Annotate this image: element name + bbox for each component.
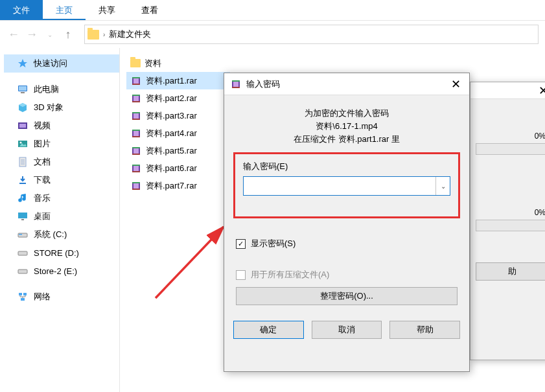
breadcrumb-folder[interactable]: 新建文件夹 [109,29,151,40]
svg-rect-50 [133,183,139,189]
svg-rect-43 [132,147,140,148]
svg-rect-47 [132,165,140,166]
password-highlight: 输入密码(E) ⌄ [233,152,460,218]
svg-rect-40 [132,136,140,137]
dialog-titlebar[interactable]: 输入密码 ✕ [224,73,469,95]
rar-icon [130,128,142,139]
folder-icon [130,59,141,67]
sidebar-item-label: Store-2 (E:) [34,266,77,276]
list-item[interactable]: 资料.part3.rar [126,107,230,124]
sidebar-item-label: 快速访问 [34,58,67,69]
svg-rect-35 [132,112,140,113]
svg-rect-58 [232,87,240,88]
svg-rect-56 [233,82,238,87]
progress-percent-2: 0% [476,207,545,217]
svg-rect-16 [18,213,27,218]
file-name: 资料.part2.rar [146,93,197,104]
svg-rect-52 [132,189,140,190]
ribbon-tabs: 文件 主页 共享 查看 [0,0,545,21]
checkbox-icon: ✓ [236,239,246,249]
list-folder[interactable]: 资料 [126,54,230,72]
sidebar-item-label: 图片 [34,138,51,150]
sidebar-quick-access[interactable]: 快速访问 [4,54,119,73]
list-item[interactable]: 资料.part4.rar [126,124,230,142]
svg-rect-21 [18,270,27,273]
progress-percent-1: 0% [476,130,545,141]
svg-rect-30 [133,96,139,101]
desktop-icon [17,211,29,222]
nav-up-icon[interactable]: ↑ [61,27,75,41]
sidebar-item-label: 下载 [34,174,51,186]
nav-recent-icon[interactable]: ⌄ [43,27,57,41]
ok-button[interactable]: 确定 [233,321,304,339]
list-item[interactable]: 资料.part7.rar [126,177,230,194]
svg-rect-2 [19,86,27,91]
nav-forward-icon[interactable]: → [25,27,39,41]
download-icon [17,174,29,186]
rar-icon [130,110,142,122]
sidebar-pictures[interactable]: 图片 [4,135,119,153]
sidebar-documents[interactable]: 文档 [4,153,119,171]
checkbox-icon [236,270,246,280]
sidebar-videos[interactable]: 视频 [4,117,119,135]
sidebar-item-label: 3D 对象 [34,102,64,113]
svg-rect-48 [132,171,140,172]
rar-icon [229,78,242,91]
manage-passwords-button[interactable]: 整理密码(O)... [236,287,458,305]
tab-share[interactable]: 共享 [86,0,128,20]
folder-icon [87,30,99,40]
address-bar[interactable]: › 新建文件夹 [84,25,539,44]
sidebar-network[interactable]: 网络 [4,288,119,306]
progress-bar-1 [476,143,545,155]
svg-rect-20 [18,251,27,255]
svg-rect-51 [132,182,140,183]
sidebar-desktop[interactable]: 桌面 [4,207,119,225]
sidebar-item-label: 视频 [34,120,51,132]
svg-rect-3 [21,92,25,93]
sidebar-music[interactable]: 音乐 [4,189,119,207]
label-text: 输入密码(E) [243,161,288,171]
tab-file[interactable]: 文件 [0,0,43,20]
list-item[interactable]: 资料.part6.rar [126,159,230,177]
sidebar-3d-objects[interactable]: 3D 对象 [4,98,119,117]
sidebar-item-label: 桌面 [34,211,51,222]
sidebar-drive-c[interactable]: 系统 (C:) [4,225,119,244]
svg-rect-36 [132,119,140,120]
close-button[interactable]: ✕ [446,77,465,91]
picture-icon [17,138,29,150]
sidebar-this-pc[interactable]: 此电脑 [4,80,119,98]
sidebar-downloads[interactable]: 下载 [4,171,119,189]
list-item[interactable]: 资料.part2.rar [126,89,230,107]
dropdown-toggle[interactable]: ⌄ [435,177,450,195]
sidebar-drive-d[interactable]: STORE (D:) [4,244,119,262]
help-button[interactable]: 帮助 [389,321,460,339]
svg-rect-7 [19,124,26,128]
close-icon: ✕ [451,78,461,91]
sidebar-drive-e[interactable]: Store-2 (E:) [4,262,119,280]
nav-tree: 快速访问 此电脑 3D 对象 视频 图片 [0,48,120,392]
bg-dialog-close[interactable]: ✕ [470,82,545,99]
list-item[interactable]: 资料.part1.rar [126,72,230,89]
tab-home[interactable]: 主页 [43,0,86,20]
network-icon [17,291,29,303]
cancel-button[interactable]: 取消 [312,321,382,339]
checkbox-label: 用于所有压缩文件(A) [251,269,329,281]
bg-help-button[interactable]: 助 [476,262,545,281]
sidebar-item-label: STORE (D:) [34,248,79,258]
list-item[interactable]: 资料.part5.rar [126,142,230,159]
svg-rect-28 [132,84,140,85]
tab-view[interactable]: 查看 [128,0,171,20]
pc-icon [17,84,29,95]
svg-rect-23 [23,293,27,295]
password-combobox[interactable]: ⌄ [243,176,450,196]
svg-rect-18 [18,233,27,237]
file-name: 资料.part1.rar [146,75,197,87]
password-dialog: 输入密码 ✕ 为加密的文件输入密码 资料\6.17-1.mp4 在压缩文件 资料… [224,73,470,372]
show-password-checkbox[interactable]: ✓ 显示密码(S) [233,226,460,249]
dialog-buttons: 确定 取消 帮助 [224,312,469,348]
nav-back-icon[interactable]: ← [6,27,21,41]
extract-progress-dialog: ✕ 0% 0% 助 [470,82,545,360]
password-input[interactable] [244,177,435,195]
rar-icon [130,93,142,104]
svg-rect-44 [132,154,140,155]
